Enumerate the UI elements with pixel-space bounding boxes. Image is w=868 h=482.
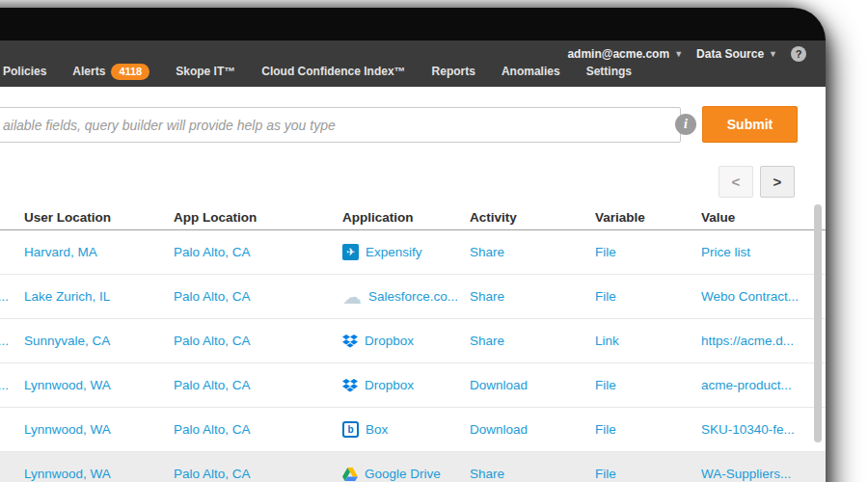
col-variable: Variable — [595, 210, 701, 225]
app-label: Salesforce.co... — [368, 289, 458, 304]
col-activity: Activity — [470, 210, 595, 225]
clipped-cell: ... — [0, 289, 24, 304]
main-content: i Submit < > User Location App Location … — [0, 87, 826, 482]
table-row[interactable]: Harvard, MA Palo Alto, CA ✈ Expensify Sh… — [0, 230, 826, 275]
nav-item-alerts[interactable]: Alerts 4118 — [72, 64, 149, 80]
app-location-cell[interactable]: Palo Alto, CA — [174, 378, 342, 392]
account-email: admin@acme.com — [567, 47, 669, 61]
clipped-cell: ... — [0, 334, 24, 348]
application-cell[interactable]: Dropbox — [342, 334, 470, 348]
app-label: Dropbox — [365, 378, 414, 392]
nav-item-skope-it[interactable]: Skope IT™ — [176, 65, 235, 78]
salesforce-icon: ☁ — [342, 290, 362, 304]
chevron-down-icon: ▼ — [674, 50, 683, 59]
alerts-count-badge: 4118 — [111, 64, 149, 80]
nav-item-policies[interactable]: Policies — [3, 65, 46, 78]
app-location-cell[interactable]: Palo Alto, CA — [174, 422, 342, 437]
value-cell[interactable]: Price list — [701, 245, 826, 259]
nav-item-reports[interactable]: Reports — [432, 65, 475, 78]
value-cell[interactable]: WA-Suppliers... — [701, 467, 826, 481]
app-label: Google Drive — [365, 467, 441, 481]
application-cell[interactable]: b Box — [342, 421, 470, 438]
value-cell[interactable]: Webo Contract... — [701, 289, 826, 304]
user-location-cell[interactable]: Sunnyvale, CA — [24, 334, 174, 348]
app-location-cell[interactable]: Palo Alto, CA — [174, 289, 342, 304]
app-label: Expensify — [366, 245, 422, 259]
variable-cell[interactable]: Link — [595, 334, 701, 348]
nav-label: Reports — [432, 65, 475, 78]
application-cell[interactable]: Google Drive — [342, 467, 470, 481]
nav-item-settings[interactable]: Settings — [586, 65, 632, 78]
nav-label: Alerts — [72, 65, 105, 78]
variable-cell[interactable]: File — [595, 289, 701, 304]
question-mark-icon[interactable]: ? — [791, 46, 806, 62]
activity-cell[interactable]: Share — [470, 334, 595, 348]
value-cell[interactable]: SKU-10340-fe... — [701, 422, 826, 437]
application-cell[interactable]: ✈ Expensify — [342, 244, 470, 260]
chevron-down-icon: ▼ — [769, 50, 777, 59]
main-navbar: admin@acme.com ▼ Data Source ▼ ? Policie… — [0, 40, 826, 87]
nav-label: Skope IT™ — [176, 65, 235, 78]
app-location-cell[interactable]: Palo Alto, CA — [174, 467, 342, 481]
app-location-cell[interactable]: Palo Alto, CA — [174, 334, 342, 348]
pagination-next-button[interactable]: > — [760, 166, 795, 198]
dropbox-icon — [342, 335, 358, 348]
value-cell[interactable]: acme-product... — [701, 378, 826, 392]
variable-cell[interactable]: File — [595, 245, 701, 259]
activity-cell[interactable]: Share — [470, 467, 595, 481]
table-row[interactable]: ... Lake Zurich, IL Palo Alto, CA ☁ Sale… — [0, 275, 826, 319]
user-location-cell[interactable]: Lynnwood, WA — [24, 467, 174, 481]
table-row[interactable]: Lynnwood, WA Palo Alto, CA Google Drive … — [0, 452, 826, 482]
value-cell[interactable]: https://acme.d... — [701, 334, 826, 348]
nav-item-anomalies[interactable]: Anomalies — [502, 65, 560, 78]
table-row[interactable]: Lynnwood, WA Palo Alto, CA b Box Downloa… — [0, 408, 826, 452]
nav-label: Settings — [586, 65, 632, 78]
activity-cell[interactable]: Share — [470, 245, 595, 259]
col-value: Value — [701, 210, 826, 225]
nav-menu: Policies Alerts 4118 Skope IT™ Cloud Con… — [3, 64, 632, 80]
dropbox-icon — [342, 379, 358, 392]
box-icon: b — [342, 421, 359, 438]
variable-cell[interactable]: File — [595, 467, 701, 481]
data-source-menu[interactable]: Data Source ▼ — [696, 47, 777, 61]
user-location-cell[interactable]: Harvard, MA — [24, 245, 174, 259]
clipped-cell: ... — [0, 378, 24, 392]
user-location-cell[interactable]: Lynnwood, WA — [24, 422, 174, 437]
user-location-cell[interactable]: Lake Zurich, IL — [24, 289, 174, 304]
nav-label: Cloud Confidence Index™ — [261, 65, 405, 78]
app-label: Dropbox — [365, 334, 414, 348]
account-menu[interactable]: admin@acme.com ▼ — [567, 47, 683, 61]
activity-cell[interactable]: Download — [470, 378, 595, 392]
table-header-row: User Location App Location Application A… — [0, 204, 826, 230]
query-builder-input[interactable] — [0, 107, 681, 143]
variable-cell[interactable]: File — [595, 422, 701, 437]
application-cell[interactable]: ☁ Salesforce.co... — [342, 289, 470, 304]
info-icon[interactable]: i — [675, 114, 696, 135]
variable-cell[interactable]: File — [595, 378, 701, 392]
activity-cell[interactable]: Download — [470, 422, 595, 437]
app-location-cell[interactable]: Palo Alto, CA — [174, 245, 342, 259]
application-cell[interactable]: Dropbox — [342, 378, 470, 392]
nav-label: Anomalies — [502, 65, 560, 78]
pagination-prev-button[interactable]: < — [719, 166, 753, 198]
table-row[interactable]: ... Sunnyvale, CA Palo Alto, CA Dropbox … — [0, 319, 826, 363]
top-black-bar — [0, 8, 826, 40]
google-drive-icon — [342, 468, 358, 481]
vertical-scrollbar[interactable] — [814, 204, 822, 442]
col-user-location: User Location — [24, 210, 174, 225]
activity-cell[interactable]: Share — [470, 289, 595, 304]
app-label: Box — [366, 422, 388, 437]
col-application: Application — [342, 210, 470, 225]
nav-label: Policies — [3, 65, 46, 78]
submit-button[interactable]: Submit — [702, 106, 798, 143]
user-location-cell[interactable]: Lynnwood, WA — [24, 378, 174, 392]
data-source-label: Data Source — [696, 47, 764, 61]
expensify-icon: ✈ — [342, 244, 359, 260]
col-app-location: App Location — [174, 210, 342, 225]
table-row[interactable]: ... Lynnwood, WA Palo Alto, CA Dropbox D… — [0, 363, 826, 408]
account-controls: admin@acme.com ▼ Data Source ▼ ? — [567, 46, 806, 62]
nav-item-cloud-confidence-index[interactable]: Cloud Confidence Index™ — [261, 65, 405, 78]
events-table: User Location App Location Application A… — [0, 204, 826, 482]
app-window: admin@acme.com ▼ Data Source ▼ ? Policie… — [0, 8, 826, 482]
